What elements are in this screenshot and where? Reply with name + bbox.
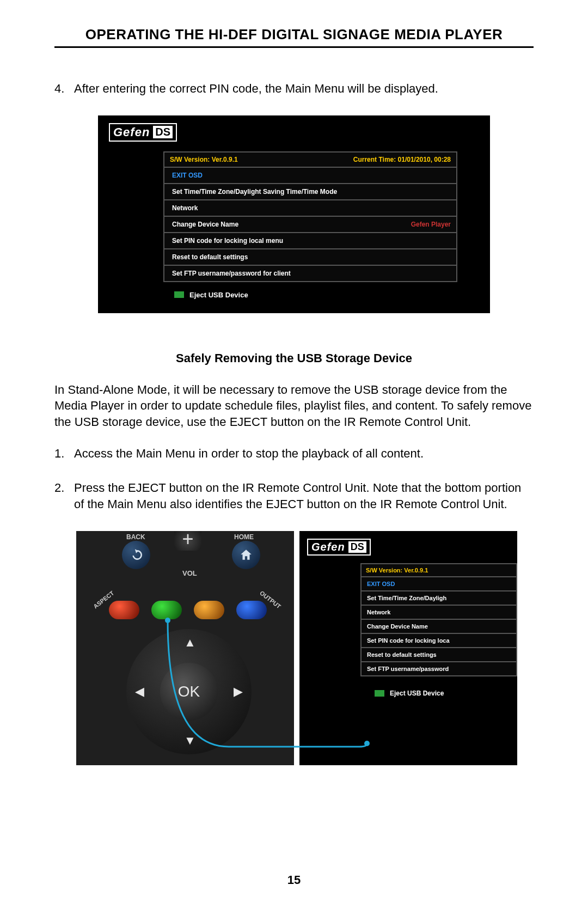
menu-item-set-pin: Set PIN code for locking loca	[367, 637, 450, 644]
menu-row: Change Device Name	[362, 620, 516, 634]
page-title: OPERATING THE HI-DEF DIGITAL SIGNAGE MED…	[54, 26, 534, 48]
menu-row: Set PIN code for locking loca	[362, 634, 516, 648]
step-text: Access the Main Menu in order to stop th…	[74, 446, 534, 462]
current-time: Current Time: 01/01/2010, 00:28	[353, 156, 451, 163]
step-2: 2. Press the EJECT button on the IR Remo…	[54, 480, 534, 512]
bottom-figure: + BACK HOME VOL ASPECT OUTPUT ▲ ▼	[76, 531, 534, 765]
step-number: 2.	[54, 480, 74, 512]
blue-button	[236, 601, 267, 619]
logo-ds: DS	[153, 126, 173, 138]
color-buttons-row	[109, 601, 267, 619]
menu-item-change-device-name: Change Device Name	[367, 623, 428, 630]
green-button-icon	[375, 690, 384, 697]
gefen-logo: Gefen DS	[109, 123, 177, 142]
menu-row: Set Time/Time Zone/Daylight Saving Time/…	[164, 184, 456, 200]
step-text: After entering the correct PIN code, the…	[74, 81, 534, 97]
eject-hint-label: Eject USB Device	[189, 291, 248, 299]
menu-row: Network	[362, 606, 516, 620]
mini-menu-screenshot: Gefen DS S/W Version: Ver.0.9.1 EXIT OSD…	[299, 531, 517, 765]
mini-menu-panel: S/W Version: Ver.0.9.1 EXIT OSD Set Time…	[360, 563, 517, 676]
dpad-down-icon: ▼	[184, 734, 196, 748]
menu-item-exit-osd: EXIT OSD	[367, 581, 395, 587]
sw-version: S/W Version: Ver.0.9.1	[170, 156, 238, 163]
menu-item-reset: Reset to default settings	[172, 253, 248, 261]
green-eject-button	[151, 601, 182, 619]
orange-button	[194, 601, 224, 619]
menu-item-exit-osd: EXIT OSD	[172, 172, 203, 179]
step-text: Press the EJECT button on the IR Remote …	[74, 480, 534, 512]
back-label: BACK	[126, 533, 145, 541]
home-icon	[239, 548, 253, 562]
menu-row: Set FTP username/password for client	[164, 266, 456, 281]
main-menu-panel: S/W Version: Ver.0.9.1 Current Time: 01/…	[163, 151, 457, 282]
step-number: 4.	[54, 81, 74, 97]
logo-ds: DS	[348, 541, 366, 553]
green-button-icon	[174, 291, 184, 298]
ok-button: OK	[160, 663, 218, 721]
step-number: 1.	[54, 446, 74, 462]
logo-brand: Gefen	[113, 125, 150, 139]
eject-hint-label: Eject USB Device	[390, 690, 444, 697]
menu-row: Network	[164, 200, 456, 217]
paragraph: In Stand-Alone Mode, it will be necessar…	[54, 382, 534, 430]
menu-row: Set PIN code for locking local menu	[164, 233, 456, 249]
back-icon	[129, 548, 143, 562]
main-menu-screenshot: Gefen DS S/W Version: Ver.0.9.1 Current …	[98, 115, 490, 313]
menu-row: Reset to default settings	[164, 249, 456, 266]
dpad: ▲ ▼ ◀ ▶ OK	[126, 629, 252, 754]
menu-row: Reset to default settings	[362, 648, 516, 662]
menu-item-reset: Reset to default settings	[367, 651, 437, 658]
home-label: HOME	[234, 533, 254, 541]
menu-item-network: Network	[172, 204, 198, 212]
menu-item-set-pin: Set PIN code for locking local menu	[172, 237, 283, 245]
menu-item-set-ftp: Set FTP username/password	[367, 666, 449, 672]
menu-item-network: Network	[367, 609, 390, 615]
menu-header: S/W Version: Ver.0.9.1	[362, 564, 516, 577]
eject-hint: Eject USB Device	[375, 690, 517, 697]
menu-item-set-time: Set Time/Time Zone/Daylight Saving Time/…	[172, 188, 337, 196]
back-button	[122, 541, 150, 569]
gefen-logo: Gefen DS	[307, 539, 371, 556]
sw-version: S/W Version: Ver.0.9.1	[366, 567, 428, 574]
step-1: 1. Access the Main Menu in order to stop…	[54, 446, 534, 462]
section-heading: Safely Removing the USB Storage Device	[54, 351, 534, 365]
menu-row: EXIT OSD	[164, 168, 456, 184]
home-button	[232, 541, 260, 569]
menu-item-set-ftp: Set FTP username/password for client	[172, 270, 291, 277]
menu-row: Set Time/Time Zone/Dayligh	[362, 591, 516, 606]
eject-hint: Eject USB Device	[174, 291, 479, 299]
menu-header: S/W Version: Ver.0.9.1 Current Time: 01/…	[164, 152, 456, 168]
menu-row: Change Device Name Gefen Player	[164, 217, 456, 233]
page-number: 15	[0, 873, 588, 887]
dpad-up-icon: ▲	[184, 636, 196, 650]
dpad-right-icon: ▶	[234, 685, 243, 699]
red-button	[109, 601, 139, 619]
step-4: 4. After entering the correct PIN code, …	[54, 81, 534, 97]
menu-item-set-time: Set Time/Time Zone/Dayligh	[367, 595, 446, 601]
remote-control: + BACK HOME VOL ASPECT OUTPUT ▲ ▼	[76, 531, 294, 765]
menu-row: EXIT OSD	[362, 577, 516, 591]
vol-label: VOL	[182, 569, 197, 577]
logo-brand: Gefen	[311, 541, 345, 553]
dpad-left-icon: ◀	[135, 685, 144, 699]
menu-row: Set FTP username/password	[362, 662, 516, 675]
menu-item-change-device-name: Change Device Name	[172, 221, 238, 228]
menu-item-device-name-value: Gefen Player	[411, 221, 451, 228]
volume-plus-button: +	[174, 531, 201, 551]
